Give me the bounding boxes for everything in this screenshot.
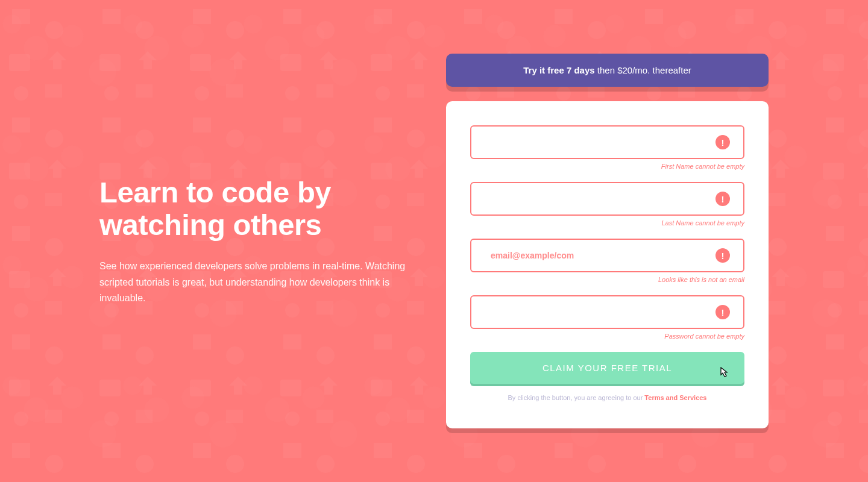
banner-regular-text: then $20/mo. thereafter bbox=[595, 65, 691, 75]
first-name-input[interactable] bbox=[470, 125, 744, 159]
last-name-error: Last Name cannot be empty bbox=[470, 219, 744, 227]
error-icon bbox=[715, 305, 730, 319]
last-name-input[interactable] bbox=[470, 182, 744, 216]
password-error: Password cannot be empty bbox=[470, 333, 744, 340]
email-input[interactable] bbox=[470, 239, 744, 272]
hero-section: Learn to code by watching others See how… bbox=[99, 176, 416, 307]
password-input[interactable] bbox=[470, 295, 744, 329]
email-error: Looks like this is not an email bbox=[470, 276, 744, 283]
submit-button[interactable]: CLAIM YOUR FREE TRIAL bbox=[470, 352, 744, 384]
pricing-banner: Try it free 7 days then $20/mo. thereaft… bbox=[446, 54, 769, 87]
terms-prefix: By clicking the button, you are agreeing… bbox=[508, 394, 645, 401]
signup-form-card: First Name cannot be empty Last Name can… bbox=[446, 101, 769, 428]
terms-text: By clicking the button, you are agreeing… bbox=[470, 392, 744, 404]
first-name-error: First Name cannot be empty bbox=[470, 163, 744, 170]
error-icon bbox=[715, 192, 730, 206]
email-group: Looks like this is not an email bbox=[470, 239, 744, 283]
last-name-group: Last Name cannot be empty bbox=[470, 182, 744, 227]
banner-bold-text: Try it free 7 days bbox=[523, 65, 594, 75]
error-icon bbox=[715, 248, 730, 263]
first-name-group: First Name cannot be empty bbox=[470, 125, 744, 170]
hero-subheading: See how experienced developers solve pro… bbox=[99, 258, 416, 306]
error-icon bbox=[715, 135, 730, 149]
password-group: Password cannot be empty bbox=[470, 295, 744, 340]
signup-section: Try it free 7 days then $20/mo. thereaft… bbox=[446, 54, 769, 428]
terms-link[interactable]: Terms and Services bbox=[644, 394, 706, 401]
hero-heading: Learn to code by watching others bbox=[99, 176, 416, 242]
